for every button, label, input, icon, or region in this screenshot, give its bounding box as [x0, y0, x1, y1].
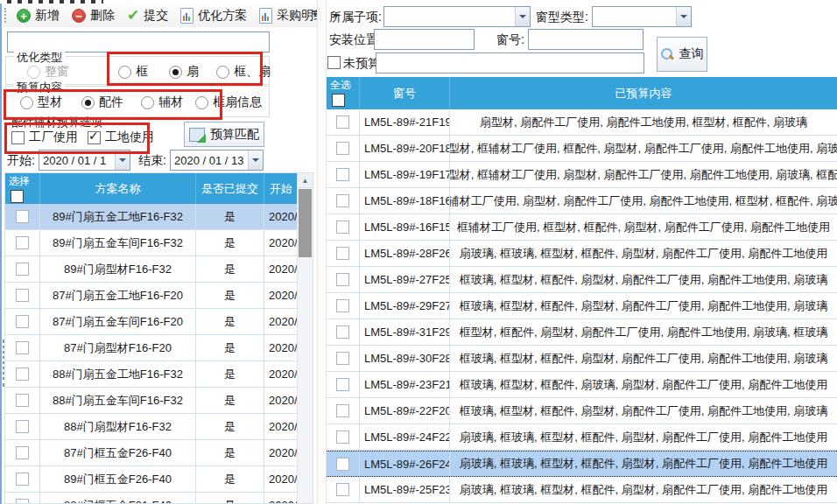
row-checkbox[interactable] [336, 352, 349, 365]
plan-table-row[interactable]: 89#门扇型材F16-F32是2020/0 [5, 256, 299, 283]
budget-match-button[interactable]: 预算匹配 [184, 122, 264, 147]
window-table-row[interactable]: LM5L-89#-31F29框型材, 框配件, 扇型材, 扇配件工厂使用, 扇配… [327, 319, 837, 346]
row-checkbox[interactable] [336, 273, 349, 286]
radio-型材[interactable]: 型材 [20, 94, 62, 110]
window-no-input[interactable] [528, 29, 644, 50]
query-button[interactable]: 查询 [657, 37, 707, 72]
radio-配件[interactable]: 配件 [81, 94, 123, 110]
row-checkbox[interactable] [16, 499, 29, 504]
row-checkbox[interactable] [336, 168, 349, 181]
checkbox-工地使用[interactable]: 工地使用 [88, 130, 154, 145]
row-checkbox[interactable] [336, 430, 349, 444]
row-checkbox[interactable] [336, 142, 349, 155]
window-table-row[interactable]: LM5L-89#-19F17框型材, 框辅材工厂使用, 扇型材, 扇配件工厂使用… [327, 162, 837, 188]
window-table-row[interactable]: LM5L-89#-18F16框辅材工厂使用, 扇型材, 扇配件工厂使用, 扇配件… [327, 188, 837, 214]
radio-框、扇[interactable]: 框、扇 [216, 64, 271, 80]
window-table-row[interactable]: LM5L-89#-25F23扇玻璃, 框玻璃, 框型材, 框配件, 扇型材, 扇… [327, 477, 837, 503]
row-checkbox[interactable] [336, 116, 349, 129]
toolbar-button-add[interactable]: +新增 [11, 6, 66, 25]
window-table-row[interactable]: LM5L-89#-23F21框玻璃, 框型材, 框配件, 扇玻璃, 扇型材, 扇… [327, 372, 837, 398]
plan-header-start[interactable]: 开始 [264, 173, 299, 204]
plan-header-name[interactable]: 方案名称 [40, 173, 196, 204]
plan-header-submitted[interactable]: 是否已提交 [196, 173, 264, 204]
row-checkbox[interactable] [336, 326, 349, 339]
plan-table-row[interactable]: 88#门框五金F21-F40是2020/0 [5, 493, 299, 504]
date-end-dropdown-button[interactable] [248, 150, 263, 170]
row-checkbox[interactable] [336, 483, 349, 496]
plan-table-row[interactable]: 89#门框五金F26-F40是2020/0 [5, 466, 299, 493]
row-checkbox[interactable] [16, 236, 29, 249]
row-checkbox[interactable] [16, 210, 29, 223]
window-type-select[interactable] [592, 6, 692, 27]
start-date-cell: 2020/0 [264, 335, 299, 360]
plan-table-row[interactable]: 88#门扇五金车间F16-F32是2020/0 [5, 388, 299, 414]
install-pos-input[interactable] [374, 29, 475, 50]
select-all-checkbox[interactable] [332, 94, 345, 107]
radio-框[interactable]: 框 [118, 64, 148, 80]
window-header-budgeted[interactable]: 已预算内容 [450, 77, 837, 109]
scrollbar-thumb[interactable] [299, 189, 312, 257]
plan-table-row[interactable]: 88#门扇五金工地F16-F32是2020/0 [5, 361, 299, 388]
window-table-row[interactable]: LM5L-89#-20F18框型材, 框辅材工厂使用, 框配件, 扇型材, 扇配… [327, 136, 837, 162]
row-checkbox[interactable] [16, 394, 29, 407]
window-table-row[interactable]: LM5L-89#-27F25框玻璃, 框型材, 框配件, 扇型材, 扇配件工厂使… [327, 267, 837, 293]
window-table-row[interactable]: LM5L-89#-30F28框玻璃, 框型材, 框配件, 扇型材, 扇配件工厂使… [327, 346, 837, 372]
select-all-checkbox[interactable] [11, 190, 24, 203]
sub-item-select[interactable] [383, 6, 531, 27]
radio-框扇信息[interactable]: 框扇信息 [195, 94, 262, 110]
row-checkbox[interactable] [16, 289, 29, 302]
start-date-cell: 2020/0 [264, 309, 299, 334]
window-table-row[interactable]: LM5L-89#-24F22扇玻璃, 框玻璃, 框型材, 框配件, 扇型材, 扇… [327, 424, 837, 451]
row-checkbox[interactable] [16, 341, 29, 354]
row-checkbox[interactable] [16, 446, 29, 459]
row-checkbox[interactable] [16, 472, 29, 486]
sub-item-dropdown-button[interactable] [515, 7, 530, 26]
start-date-cell: 2020/0 [264, 388, 299, 413]
window-table-row[interactable]: LM5L-89#-16F15框辅材工厂使用, 框型材, 框配件, 扇型材, 扇配… [327, 214, 837, 241]
panel-splitter[interactable] [317, 0, 327, 504]
row-checkbox[interactable] [336, 378, 349, 391]
window-table-row[interactable]: LM5L-89#-29F27框玻璃, 框型材, 框配件, 扇型材, 扇配件工厂使… [327, 293, 837, 319]
window-table-row[interactable]: LM5L-89#-22F20框玻璃, 框型材, 框配件, 扇型材, 扇配件工厂使… [327, 398, 837, 424]
window-no-cell: LM5L-89#-29F27 [360, 293, 450, 318]
radio-扇[interactable]: 扇 [169, 64, 199, 80]
row-checkbox[interactable] [16, 420, 29, 433]
row-checkbox[interactable] [336, 404, 349, 417]
plan-table-row[interactable]: 87#门扇五金工地F16-F20是2020/0 [5, 283, 299, 309]
row-checkbox[interactable] [16, 368, 29, 381]
plan-table-row[interactable]: 88#门扇型材F16-F32是2020/0 [5, 414, 299, 440]
row-checkbox[interactable] [336, 194, 349, 207]
scroll-up-arrow-icon[interactable]: ▲ [298, 173, 313, 188]
row-checkbox[interactable] [16, 262, 29, 276]
plan-table-scrollbar[interactable]: ▲ [297, 173, 313, 503]
window-table-row[interactable]: LM5L-89#-26F24扇玻璃, 框玻璃, 框型材, 框配件, 扇型材, 扇… [327, 451, 837, 477]
window-table-row[interactable]: LM5L-89#-28F26扇玻璃, 框玻璃, 框型材, 框配件, 扇型材, 扇… [327, 241, 837, 267]
radio-辅材[interactable]: 辅材 [141, 94, 183, 110]
plan-table: 选择 方案名称 是否已提交 开始 89#门扇五金工地F16-F32是2020/0… [4, 172, 313, 504]
toolbar-button-optimize-plan[interactable]: 优化方案 [174, 6, 253, 25]
row-checkbox[interactable] [336, 220, 349, 234]
date-start-dropdown-button[interactable] [115, 150, 130, 170]
plan-table-row[interactable]: 87#门扇型材F16-F20是2020/0 [5, 335, 299, 361]
plan-table-row[interactable]: 87#门框五金F26-F40是2020/0 [5, 440, 299, 466]
window-table-row[interactable]: LM5L-89#-21F19扇型材, 扇配件工厂使用, 扇配件工地使用, 框型材… [327, 109, 837, 136]
no-budget-checkbox[interactable] [327, 56, 341, 69]
checkbox-工厂使用[interactable]: 工厂使用 [11, 130, 78, 145]
row-checkbox[interactable] [336, 458, 349, 471]
row-checkbox[interactable] [336, 247, 349, 260]
toolbar-button-delete[interactable]: −删除 [66, 6, 121, 25]
row-checkbox[interactable] [16, 315, 29, 328]
toolbar-grip[interactable] [4, 8, 6, 23]
plan-table-row[interactable]: 89#门扇五金车间F16-F32是2020/0 [5, 230, 299, 256]
date-start-picker[interactable]: 2020 / 01 / 1 [39, 150, 130, 171]
row-checkbox[interactable] [336, 299, 349, 312]
no-budget-input[interactable] [376, 52, 644, 74]
radio-circle-icon [169, 66, 182, 79]
plan-table-row[interactable]: 87#门扇五金车间F16-F20是2020/0 [5, 309, 299, 335]
plan-table-row[interactable]: 89#门扇五金工地F16-F32是2020/0 [5, 204, 299, 230]
toolbar-button-submit[interactable]: ✔提交 [121, 6, 174, 25]
window-type-dropdown-button[interactable] [676, 7, 691, 26]
window-header-window-no[interactable]: 窗号 [360, 77, 450, 109]
date-end-picker[interactable]: 2020 / 01 / 13 [170, 150, 264, 171]
submitted-cell: 是 [196, 493, 264, 504]
